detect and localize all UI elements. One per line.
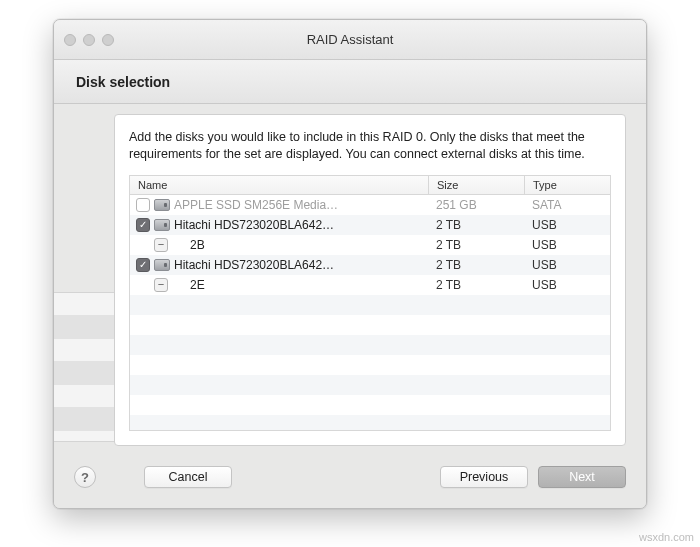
table-row[interactable]: Hitachi HDS723020BLA642…2 TBUSB bbox=[130, 215, 610, 235]
disk-icon bbox=[154, 259, 170, 271]
titlebar: RAID Assistant bbox=[54, 20, 646, 60]
row-name-label: Hitachi HDS723020BLA642… bbox=[174, 218, 334, 232]
footer-bar: ? Cancel Previous Next bbox=[54, 452, 646, 508]
row-checkbox[interactable] bbox=[136, 198, 150, 212]
watermark: wsxdn.com bbox=[639, 531, 694, 543]
section-header: Disk selection bbox=[54, 60, 646, 104]
cell-type: USB bbox=[524, 218, 610, 232]
col-header-type[interactable]: Type bbox=[524, 176, 610, 194]
col-header-size[interactable]: Size bbox=[428, 176, 524, 194]
cell-size: 251 GB bbox=[428, 198, 524, 212]
window-title: RAID Assistant bbox=[64, 32, 636, 47]
zoom-icon[interactable] bbox=[102, 34, 114, 46]
row-checkbox[interactable] bbox=[154, 238, 168, 252]
row-name-label: Hitachi HDS723020BLA642… bbox=[174, 258, 334, 272]
window-controls bbox=[64, 34, 114, 46]
cell-type: USB bbox=[524, 278, 610, 292]
instructions-text: Add the disks you would like to include … bbox=[129, 129, 611, 163]
row-name-label: 2E bbox=[190, 278, 205, 292]
cell-type: USB bbox=[524, 238, 610, 252]
help-button[interactable]: ? bbox=[74, 466, 96, 488]
table-row[interactable]: Hitachi HDS723020BLA642…2 TBUSB bbox=[130, 255, 610, 275]
cell-name: Hitachi HDS723020BLA642… bbox=[130, 218, 428, 232]
cell-size: 2 TB bbox=[428, 218, 524, 232]
cell-name: APPLE SSD SM256E Media… bbox=[130, 198, 428, 212]
disk-icon bbox=[154, 219, 170, 231]
cell-name: 2E bbox=[130, 278, 428, 292]
disk-table: Name Size Type APPLE SSD SM256E Media…25… bbox=[129, 175, 611, 431]
row-checkbox[interactable] bbox=[136, 218, 150, 232]
disk-selection-panel: Add the disks you would like to include … bbox=[114, 114, 626, 446]
cell-type: USB bbox=[524, 258, 610, 272]
table-row[interactable]: 2B2 TBUSB bbox=[130, 235, 610, 255]
raid-assistant-window: RAID Assistant Disk selection Add the di… bbox=[53, 19, 647, 509]
close-icon[interactable] bbox=[64, 34, 76, 46]
cell-name: Hitachi HDS723020BLA642… bbox=[130, 258, 428, 272]
cell-size: 2 TB bbox=[428, 258, 524, 272]
cell-size: 2 TB bbox=[428, 278, 524, 292]
minimize-icon[interactable] bbox=[83, 34, 95, 46]
cancel-button[interactable]: Cancel bbox=[144, 466, 232, 488]
next-button[interactable]: Next bbox=[538, 466, 626, 488]
cell-type: SATA bbox=[524, 198, 610, 212]
row-checkbox[interactable] bbox=[154, 278, 168, 292]
col-header-name[interactable]: Name bbox=[130, 176, 428, 194]
content-area: Add the disks you would like to include … bbox=[54, 104, 646, 508]
row-name-label: APPLE SSD SM256E Media… bbox=[174, 198, 338, 212]
cell-name: 2B bbox=[130, 238, 428, 252]
table-row[interactable]: APPLE SSD SM256E Media…251 GBSATA bbox=[130, 195, 610, 215]
row-name-label: 2B bbox=[190, 238, 205, 252]
table-body: APPLE SSD SM256E Media…251 GBSATAHitachi… bbox=[130, 195, 610, 430]
previous-button[interactable]: Previous bbox=[440, 466, 528, 488]
cell-size: 2 TB bbox=[428, 238, 524, 252]
table-header: Name Size Type bbox=[130, 176, 610, 195]
table-row[interactable]: 2E2 TBUSB bbox=[130, 275, 610, 295]
row-checkbox[interactable] bbox=[136, 258, 150, 272]
disk-icon bbox=[154, 199, 170, 211]
section-title: Disk selection bbox=[76, 74, 170, 90]
